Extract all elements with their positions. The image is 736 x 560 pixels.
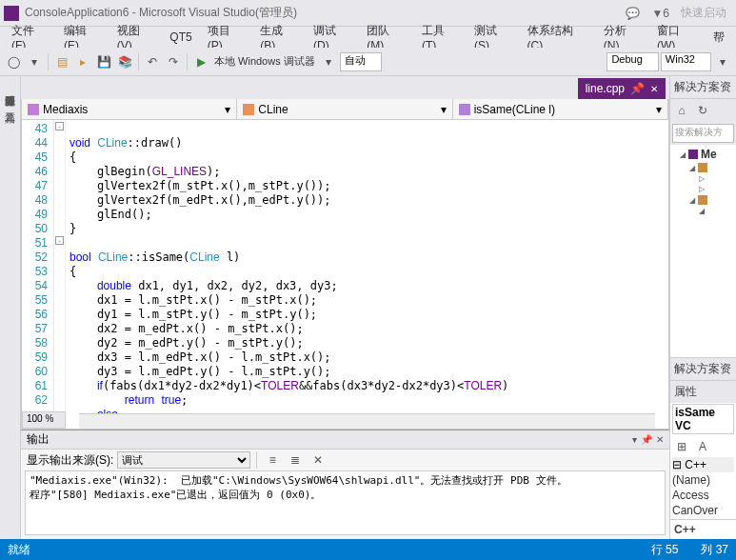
solution-icon [688,150,698,159]
expand-icon[interactable]: ◢ [699,207,705,215]
line-gutter: 4344454647484950515253545556575859606162 [22,120,54,429]
horizontal-scrollbar[interactable] [79,413,655,429]
flag-icon[interactable]: ▼6 [646,5,675,22]
start-debug-icon[interactable]: ▶ [191,52,210,71]
folder-icon [698,163,707,172]
prop-name[interactable]: (Name) [672,473,734,487]
nav-member-select[interactable]: isSame(CLine l)▾ [453,99,668,119]
right-panel: 解决方案资 ⌂↻ 搜索解决方 ◢Me ◢ ▷ ▷ ◢ ◢ 解决方案资 属性 is… [669,76,736,539]
expand-icon[interactable]: ◢ [680,150,686,159]
output-panel: 输出 ▾📌✕ 显示输出来源(S): 调试 ≡ ≣ ✕ "Mediaxis.exe… [21,430,669,539]
fold-toggle-icon[interactable]: - [55,236,64,245]
solution-explorer-tab[interactable]: 解决方案资 [670,357,736,380]
output-tool-icon[interactable]: ≡ [263,450,282,470]
fold-margin: - - [54,120,66,411]
notifications-icon[interactable]: 💬 [620,5,646,22]
save-all-icon[interactable]: 📚 [115,52,134,71]
code-content[interactable]: void CLine::draw() { glBegin(GL_LINES); … [54,120,668,429]
close-tab-icon[interactable]: ✕ [650,84,658,94]
nav-scope-select[interactable]: Mediaxis▾ [22,99,237,119]
properties-subject[interactable]: isSame VC [672,404,734,434]
code-editor[interactable]: 4344454647484950515253545556575859606162… [21,120,669,430]
menu-qt5[interactable]: QT5 [162,29,199,46]
toolbar-overflow-icon[interactable]: ▾ [713,52,732,71]
status-bar: 就绪 行 55 列 37 [0,539,736,560]
alpha-sort-icon[interactable]: A [693,437,712,456]
debug-target-label[interactable]: 本地 Windows 调试器 [212,54,317,69]
arch-select[interactable]: Win32 [661,52,711,71]
output-source-label: 显示输出来源(S): [27,452,113,469]
class-icon [243,104,254,115]
pin-icon[interactable]: 📌 [641,434,652,445]
debug-target-dropdown-icon[interactable]: ▾ [319,52,338,71]
redo-icon[interactable]: ↷ [164,52,183,71]
server-explorer-tab[interactable]: 服务器资源管理器 [1,84,19,91]
home-icon[interactable]: ⌂ [672,101,691,120]
new-file-icon[interactable]: ▤ [52,52,71,71]
nav-fwd-icon[interactable]: ▾ [25,52,44,71]
prop-desc-title: C++ [674,523,696,536]
project-icon [28,104,39,115]
expand-icon[interactable]: ▷ [699,185,705,193]
open-file-icon[interactable]: ▸ [73,52,92,71]
menu-help[interactable]: 帮 [706,28,732,48]
toolbox-tab[interactable]: 工具箱 [1,101,19,109]
platform-select[interactable]: 自动 [340,52,382,71]
editor-tabstrip: line.cpp 📌 ✕ [21,76,669,99]
tree-item[interactable]: Me [701,148,717,161]
dropdown-icon[interactable]: ▾ [632,434,637,445]
config-select[interactable]: Debug [607,52,658,71]
expand-icon[interactable]: ◢ [689,164,695,172]
nav-back-icon[interactable]: ◯ [4,52,23,71]
output-tool-icon[interactable]: ≣ [286,450,305,470]
output-title: 输出 [27,431,50,448]
window-title: ConsoleApplication6 - Microsoft Visual S… [25,5,620,21]
expand-icon[interactable]: ◢ [689,196,695,205]
solution-tree[interactable]: ◢Me ◢ ▷ ▷ ◢ ◢ [670,145,736,357]
fold-toggle-icon[interactable]: - [55,122,64,130]
status-col: 列 37 [701,542,728,558]
file-tab-label: line.cpp [586,82,625,95]
close-icon[interactable]: ✕ [656,434,664,445]
output-text[interactable]: "Mediaxis.exe"(Win32): 已加载"C:\Windows\Sy… [25,470,666,535]
refresh-icon[interactable]: ↻ [693,101,712,120]
properties-title: 属性 [670,380,736,403]
output-clear-icon[interactable]: ✕ [308,450,328,470]
pin-icon[interactable]: 📌 [630,82,645,95]
toolbar: ◯ ▾ ▤ ▸ 💾 📚 ↶ ↷ ▶ 本地 Windows 调试器 ▾ 自动 De… [0,48,736,76]
prop-canoverride[interactable]: CanOver [672,504,734,517]
solution-explorer-title: 解决方案资 [670,76,736,99]
status-line: 行 55 [651,542,679,558]
zoom-select[interactable]: 100 % [22,411,66,429]
nav-class-select[interactable]: CLine▾ [237,99,452,119]
undo-icon[interactable]: ↶ [143,52,162,71]
prop-category[interactable]: ⊟ C++ [672,458,706,471]
prop-access[interactable]: Access [672,489,734,502]
output-source-select[interactable]: 调试 [117,451,250,469]
method-icon [459,104,470,115]
folder-icon [698,195,707,205]
solution-search-input[interactable]: 搜索解决方 [672,124,734,143]
navigation-bar: Mediaxis▾ CLine▾ isSame(CLine l)▾ [21,99,669,120]
status-ready: 就绪 [8,542,30,558]
categorize-icon[interactable]: ⊞ [672,437,691,456]
file-tab-line-cpp[interactable]: line.cpp 📌 ✕ [578,78,666,99]
left-rail: 服务器资源管理器 工具箱 [0,76,21,539]
expand-icon[interactable]: ▷ [699,174,705,183]
menu-bar: 文件(F) 编辑(E) 视图(V) QT5 项目(P) 生成(B) 调试(D) … [0,27,736,48]
save-icon[interactable]: 💾 [94,52,113,71]
vs-logo-icon [4,6,19,21]
